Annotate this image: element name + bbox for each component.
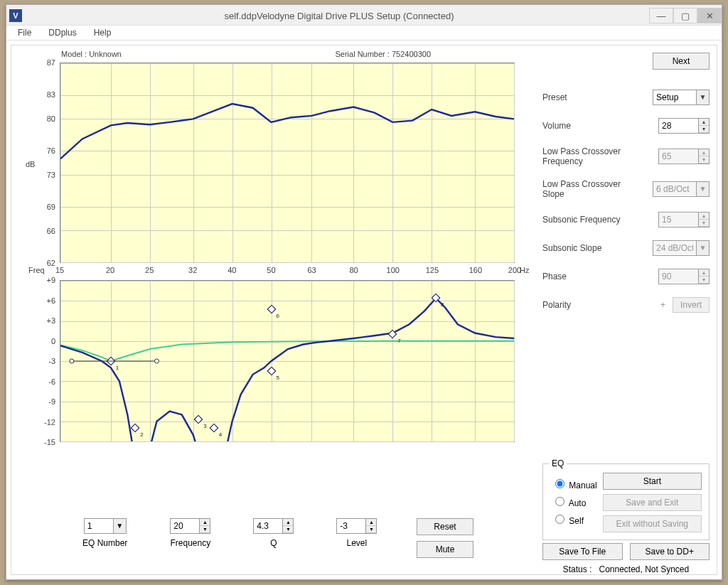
right-panel: Next Preset ▼ Volume ▲▼ Low Pass Crossov…: [542, 53, 710, 326]
window-title: self.ddpVelodyne Digital Drive PLUS Setu…: [29, 11, 649, 21]
subs-label: Subsonic Slope: [542, 243, 635, 253]
phase-input[interactable]: ▲▼: [658, 269, 710, 284]
eq-auto-radio[interactable]: Auto: [552, 495, 597, 508]
eq-frequency-input[interactable]: ▲▼: [170, 518, 210, 534]
maximize-button[interactable]: ▢: [673, 8, 697, 23]
menubar: File DDplus Help: [6, 25, 722, 41]
eq-saveexit-button[interactable]: Save and Exit: [603, 494, 702, 511]
polarity-plus-icon: +: [660, 300, 665, 310]
subf-input[interactable]: ▲▼: [658, 212, 710, 227]
menu-help[interactable]: Help: [90, 26, 116, 39]
window-buttons: — ▢ ✕: [649, 8, 722, 23]
phase-label: Phase: [542, 272, 635, 281]
reset-button[interactable]: Reset: [417, 518, 473, 535]
freq-axis-label: Freq: [28, 266, 45, 274]
lpf-input[interactable]: ▲▼: [658, 149, 710, 164]
eq-q-label: Q: [270, 538, 277, 548]
polarity-invert-button[interactable]: Invert: [673, 297, 710, 313]
model-label: Model : Unknown: [61, 50, 122, 58]
polarity-label: Polarity: [542, 300, 635, 310]
inner-frame: Model : Unknown Serial Number : 75240030…: [11, 45, 717, 575]
chevron-down-icon[interactable]: ▼: [696, 241, 709, 255]
eq-q-input[interactable]: ▲▼: [253, 518, 294, 534]
eq-controls: ▼ EQ Number ▲▼ Frequency ▲▼ Q ▲▼ Level: [82, 518, 377, 548]
chart-area: Model : Unknown Serial Number : 75240030…: [26, 50, 523, 58]
client-area: Model : Unknown Serial Number : 75240030…: [6, 41, 722, 579]
svg-point-2: [154, 359, 159, 363]
eq-number-label: EQ Number: [82, 538, 127, 548]
eq-legend: EQ: [549, 458, 567, 468]
save-to-dd-button[interactable]: Save to DD+: [630, 543, 710, 560]
hz-axis-label: Hz: [520, 266, 529, 274]
save-to-file-button[interactable]: Save To File: [542, 543, 623, 560]
svg-point-1: [70, 359, 74, 363]
chevron-down-icon[interactable]: ▼: [696, 90, 709, 104]
lpf-label: Low Pass Crossover Frequency: [542, 146, 635, 166]
subs-select[interactable]: ▼: [653, 240, 710, 256]
eq-self-radio[interactable]: Self: [552, 512, 597, 526]
eq-start-button[interactable]: Start: [603, 473, 702, 490]
preset-select[interactable]: ▼: [653, 90, 710, 105]
minimize-button[interactable]: —: [649, 8, 673, 23]
close-button[interactable]: ✕: [697, 8, 722, 23]
volume-input[interactable]: ▲▼: [658, 118, 710, 134]
status-value: Connected, Not Synced: [599, 564, 689, 574]
eq-number-input[interactable]: ▼: [84, 518, 127, 534]
status-line: Status : Connected, Not Synced: [542, 564, 710, 574]
eq-exitnosave-button[interactable]: Exit without Saving: [603, 515, 702, 532]
app-window: V self.ddpVelodyne Digital Drive PLUS Se…: [6, 4, 722, 580]
mute-button[interactable]: Mute: [417, 541, 473, 558]
menu-file[interactable]: File: [14, 26, 36, 39]
reset-mute-group: Reset Mute: [417, 518, 473, 558]
next-button[interactable]: Next: [653, 53, 710, 70]
bottom-save: Save To File Save to DD+: [542, 543, 710, 560]
preset-label: Preset: [542, 92, 635, 102]
chevron-down-icon[interactable]: ▼: [113, 519, 126, 533]
subf-label: Subsonic Frequency: [542, 215, 635, 225]
eq-level-input[interactable]: ▲▼: [336, 518, 377, 534]
menu-ddplus[interactable]: DDplus: [44, 26, 80, 39]
eq-manual-radio[interactable]: Manual: [552, 477, 597, 490]
volume-label: Volume: [542, 121, 635, 131]
eq-plot[interactable]: 12345678: [60, 280, 515, 442]
serial-label: Serial Number : 752400300: [335, 50, 431, 58]
response-plot[interactable]: [60, 63, 515, 263]
eq-frequency-label: Frequency: [171, 538, 211, 548]
chevron-down-icon[interactable]: ▼: [696, 182, 709, 196]
eq-groupbox: EQ Manual Auto Self Start Save and Exit …: [542, 463, 710, 540]
titlebar[interactable]: V self.ddpVelodyne Digital Drive PLUS Se…: [6, 5, 722, 25]
db-axis-label: dB: [26, 160, 35, 168]
status-label: Status :: [563, 564, 592, 574]
app-icon: V: [9, 9, 22, 22]
eq-level-label: Level: [347, 538, 368, 548]
lps-label: Low Pass Crossover Slope: [542, 179, 635, 199]
lps-select[interactable]: ▼: [653, 181, 710, 197]
